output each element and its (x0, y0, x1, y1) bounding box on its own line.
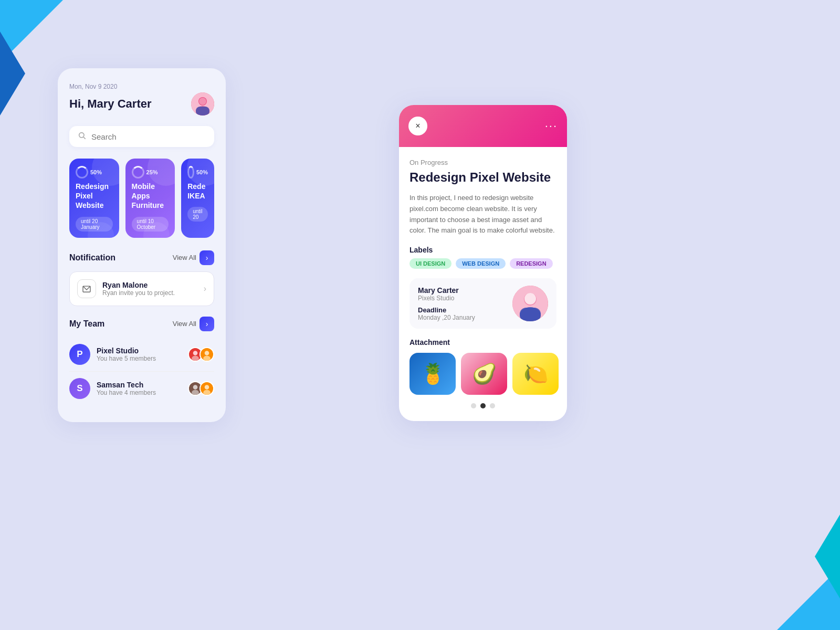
header-greeting: Hi, Mary Carter (69, 97, 152, 111)
dot-1[interactable] (480, 403, 486, 408)
project-card-0[interactable]: 50% Redesign Pixel Website until 20 Janu… (69, 159, 119, 238)
svg-line-6 (83, 137, 86, 139)
team-info-0: Pixel Studio You have 5 members (97, 346, 182, 362)
team-section-header: My Team View All › (69, 317, 214, 331)
lemon-icon: 🍋 (523, 362, 548, 385)
attachment-title: Attachment (410, 338, 556, 346)
detail-user-row: Mary Carter Pixels Studio Deadline Monda… (410, 278, 556, 329)
team-members-1: You have 4 members (97, 389, 182, 396)
detail-deadline-label: Deadline (418, 306, 475, 314)
search-input[interactable] (91, 132, 206, 141)
card-date-2: until 20 (187, 207, 208, 222)
label-ui-design: UI DESIGN (410, 258, 452, 269)
notification-mail-icon (77, 279, 96, 298)
search-bar (69, 126, 214, 147)
detail-body: On Progress Redesign Pixel Website In th… (399, 147, 567, 421)
detail-close-button[interactable]: × (408, 117, 427, 135)
detail-description: In this project, I need to redesign webs… (410, 193, 556, 236)
team-members-0: You have 5 members (97, 355, 182, 362)
detail-deadline: Deadline Monday ,20 January (418, 306, 475, 321)
label-web-design: WEB DESIGN (456, 258, 506, 269)
card-progress-1: 25% (132, 166, 169, 178)
svg-point-12 (205, 351, 209, 355)
bg-decoration-cyan-right (798, 514, 840, 598)
detail-more-button[interactable]: ··· (545, 119, 558, 133)
detail-user-avatar (512, 286, 548, 321)
team-member-avatar-b (200, 347, 214, 362)
attachment-thumb-2[interactable]: 🍋 (512, 353, 559, 395)
svg-rect-24 (520, 308, 541, 321)
svg-point-9 (193, 351, 198, 355)
detail-user-name: Mary Carter (418, 286, 475, 295)
notification-card[interactable]: Ryan Malone Ryan invite you to project. … (69, 271, 214, 306)
card-progress-0: 50% (76, 166, 113, 178)
team-member-avatar-d (200, 381, 214, 396)
team-member-avatars-1 (188, 381, 214, 396)
attachment-thumb-1[interactable]: 🥑 (461, 353, 507, 395)
team-view-all-arrow-icon: › (200, 317, 214, 331)
svg-point-18 (205, 385, 209, 390)
card-progress-2: 50% (187, 166, 208, 178)
team-view-all-label: View All (173, 320, 196, 328)
detail-deadline-date: Monday ,20 January (418, 314, 475, 321)
svg-point-13 (203, 355, 211, 361)
notification-view-all-arrow-icon: › (200, 250, 214, 265)
svg-point-3 (199, 98, 206, 105)
avocado-icon: 🥑 (472, 362, 497, 385)
team-avatar-1: S (69, 378, 90, 399)
team-section-title: My Team (69, 319, 104, 329)
search-icon (78, 131, 86, 142)
progress-circle-0 (76, 166, 88, 178)
notification-sender-name: Ryan Malone (102, 281, 197, 289)
detail-status: On Progress (410, 159, 556, 166)
team-info-1: Samsan Tech You have 4 members (97, 381, 182, 396)
user-avatar (191, 92, 214, 116)
progress-circle-1 (132, 166, 144, 178)
carousel-dots (410, 403, 556, 408)
notification-title: Notification (69, 253, 116, 262)
pineapple-icon: 🍍 (421, 362, 445, 385)
more-icon: ··· (545, 119, 558, 132)
project-cards-row: 50% Redesign Pixel Website until 20 Janu… (69, 159, 214, 238)
team-name-0: Pixel Studio (97, 346, 182, 355)
header-date: Mon, Nov 9 2020 (69, 83, 214, 90)
card-title-1: Mobile Apps Furniture (132, 182, 169, 211)
dot-0[interactable] (471, 403, 476, 408)
detail-user-org: Pixels Studio (418, 295, 475, 302)
notification-text: Ryan Malone Ryan invite you to project. (102, 281, 197, 297)
team-item-1[interactable]: S Samsan Tech You have 4 members (69, 372, 214, 405)
team-avatar-0: P (69, 344, 90, 365)
notification-message: Ryan invite you to project. (102, 289, 197, 297)
detail-header: × ··· (399, 105, 567, 147)
notification-section-header: Notification View All › (69, 250, 214, 265)
svg-point-16 (192, 390, 199, 395)
team-item-0[interactable]: P Pixel Studio You have 5 members (69, 338, 214, 372)
detail-labels-row: UI DESIGN WEB DESIGN REDESIGN (410, 258, 556, 269)
close-icon: × (415, 121, 420, 131)
notification-view-all-label: View All (173, 254, 196, 261)
svg-point-5 (79, 133, 84, 138)
notification-view-all-button[interactable]: View All › (173, 250, 214, 265)
card-title-0: Redesign Pixel Website (76, 182, 113, 211)
left-panel: Mon, Nov 9 2020 Hi, Mary Carter (58, 68, 226, 422)
svg-point-23 (524, 293, 536, 304)
dot-2[interactable] (490, 403, 495, 408)
attachments-row: 🍍 🥑 🍋 (410, 353, 556, 395)
team-member-avatars-0 (188, 347, 214, 362)
detail-user-meta: Mary Carter Pixels Studio Deadline Monda… (418, 286, 475, 321)
detail-title: Redesign Pixel Website (410, 170, 556, 185)
team-view-all-button[interactable]: View All › (173, 317, 214, 331)
notification-chevron-icon: › (204, 284, 206, 293)
svg-rect-4 (196, 107, 209, 116)
bg-decoration-blue-left (0, 32, 42, 116)
project-card-2[interactable]: 50% Rede IKEA until 20 (181, 159, 214, 238)
svg-point-19 (203, 390, 211, 395)
svg-point-15 (193, 385, 198, 390)
detail-labels-title: Labels (410, 246, 556, 254)
svg-point-10 (192, 355, 199, 361)
project-card-1[interactable]: 25% Mobile Apps Furniture until 10 Octob… (125, 159, 175, 238)
label-redesign: REDESIGN (510, 258, 552, 269)
attachment-thumb-0[interactable]: 🍍 (410, 353, 456, 395)
header-row: Hi, Mary Carter (69, 92, 214, 116)
detail-panel: × ··· On Progress Redesign Pixel Website… (399, 105, 567, 421)
